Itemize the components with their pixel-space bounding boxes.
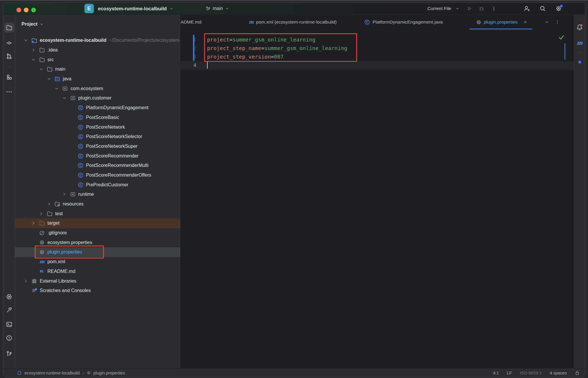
chevron-down-icon[interactable] [31,57,39,62]
tree-item-runtime[interactable]: runtime [15,190,180,199]
tree-item-plugin-customer[interactable]: plugin.customer [15,93,180,103]
commit-icon[interactable] [4,38,14,48]
inspections-ok-check-icon[interactable] [558,34,565,41]
properties-icon [39,249,45,255]
project-panel-header[interactable]: Project [21,18,44,30]
status-4-1[interactable]: 4:1 [493,371,499,375]
breadcrumb-file[interactable]: plugin.properties [94,371,125,375]
tree-item-postscorerecommender[interactable]: CPostScoreRecommender [15,151,180,161]
tree-item-test[interactable]: test [15,209,180,218]
editor-code[interactable]: 1project=summer_gsm_online_learning2proj… [180,35,563,70]
status-4-spaces[interactable]: 4 spaces [550,371,567,375]
folder-source-icon [54,76,61,82]
git-branch-selector[interactable]: main [206,3,229,14]
class-icon: C [77,115,84,120]
terminal-icon[interactable] [4,319,14,329]
chevron-down-icon[interactable] [47,77,54,81]
tab-adme-md[interactable]: ADME.md [181,15,201,29]
chevron-right-icon[interactable] [47,202,54,206]
minimize-window-button[interactable] [24,8,29,12]
close-window-button[interactable] [16,8,21,12]
run-configuration-selector[interactable]: Current File [427,6,451,11]
problems-icon[interactable] [4,333,14,343]
chevron-right-icon[interactable] [39,211,46,216]
libraries-icon [31,278,37,284]
search-icon[interactable] [538,4,547,13]
project-selector[interactable]: ecosystem-runtime-localbuild [98,3,174,14]
tree-item-label: External Libraries [40,278,76,284]
tree-item-ecosystem-runtime-localbuild[interactable]: ecosystem-runtime-localbuild~/Documents/… [15,36,180,45]
tree-item-postscorenetwork[interactable]: CPostScoreNetwork [15,122,180,132]
module-icon [17,371,22,375]
tree-item-scratches-and-consoles[interactable]: Scratches and Consoles [15,286,180,296]
markdown-icon: M↓ [39,269,45,273]
debug-bug-icon[interactable] [477,4,486,13]
tab-label: plugin.properties [484,19,518,25]
status-lf[interactable]: LF [507,371,512,375]
chevron-right-icon[interactable] [31,221,39,226]
status-breadcrumb[interactable]: ecosystem-runtime-localbuild › plugin.pr… [17,371,125,375]
chevron-right-icon[interactable] [31,48,39,52]
project-panel-title: Project [21,21,37,27]
tree-item-postscorenetworksuper[interactable]: CPostScoreNetworkSuper [15,142,180,151]
tab-plugin-properties[interactable]: plugin.properties✕ [469,15,532,29]
code-line-1: 1project=summer_gsm_online_learning [180,35,563,44]
scrollbar-change-marker[interactable] [564,43,566,60]
tree-item-platformdynamicengagement[interactable]: CPlatformDynamicEngagement [15,103,180,113]
run-icon[interactable] [4,292,14,302]
tree-item-src[interactable]: src [15,55,180,64]
tree-item-readme-md[interactable]: M↓README.md [15,267,180,276]
lock-icon[interactable] [575,370,580,375]
tree-item-target[interactable]: target [15,218,180,228]
tree-item-java[interactable]: java [15,74,180,84]
maven-icon[interactable]: m [575,38,585,48]
maximize-window-button[interactable] [31,8,36,12]
gear-icon[interactable] [554,4,563,13]
tab-pom-xml-ecosystem-runtime-localbuild[interactable]: mpom.xml (ecosystem-runtime-localbuild) [244,15,342,29]
tree-item-postscorebasic[interactable]: CPostScoreBasic [15,113,180,122]
tree-item-idea[interactable]: .idea [15,45,180,55]
chevron-down-icon[interactable] [62,96,70,100]
kebab-icon[interactable] [555,20,560,24]
chevron-right-icon[interactable] [62,192,70,197]
scratches-icon [31,288,37,294]
tree-item-postscorerecommendermulti[interactable]: CPostScoreRecommenderMulti [15,161,180,170]
tree-item-prepredictcustomer[interactable]: CPrePredictCustomer [15,180,180,190]
notifications-icon[interactable] [575,22,585,32]
version-control-icon[interactable] [4,349,14,359]
status-iso-8859-1[interactable]: ISO-8859-1 [520,371,542,375]
pull-requests-icon[interactable] [4,51,14,61]
chevron-down-icon[interactable] [24,38,31,43]
more-icon[interactable] [4,87,14,97]
tree-item-label: runtime [78,192,94,197]
tree-item-plugin-properties[interactable]: plugin.properties [15,247,180,257]
tree-item-main[interactable]: main [15,64,180,74]
tree-item-external-libraries[interactable]: External Libraries [15,276,180,286]
tree-item-resources[interactable]: resources [15,199,180,209]
close-icon[interactable]: ✕ [524,20,527,24]
chevron-down-icon[interactable] [39,67,46,72]
project-icon[interactable] [4,23,14,33]
structure-icon[interactable] [4,72,14,82]
package-icon [70,95,76,101]
breadcrumb-project[interactable]: ecosystem-runtime-localbuild [24,371,80,375]
chevron-right-icon[interactable] [24,279,31,284]
tab-platformdynamicengagement-java[interactable]: CPlatformDynamicEngagement.java [359,15,448,29]
add-user-icon[interactable] [522,4,531,13]
properties-icon [39,240,45,245]
kebab-icon[interactable] [489,4,498,13]
tree-item-postscorerecommenderoffers[interactable]: CPostScoreRecommenderOffers [15,170,180,180]
blue-dot-icon[interactable] [575,57,585,67]
editor-area[interactable]: ADME.mdmpom.xml (ecosystem-runtime-local… [180,15,574,368]
tree-item-pom-xml[interactable]: mpom.xml [15,257,180,267]
module-folder-icon [31,37,37,44]
build-icon[interactable] [4,305,14,315]
tree-item-gitignore[interactable]: .gitignore [15,228,180,238]
tree-item-ecosystem-properties[interactable]: ecosystem.properties [15,238,180,247]
tree-item-com-ecosystem[interactable]: com.ecosystem [15,84,180,93]
chevron-down-icon[interactable] [453,4,462,13]
tree-item-postscorenetworkselector[interactable]: CPostScoreNetworkSelector [15,132,180,142]
run-button[interactable] [465,4,474,13]
chevron-down-icon[interactable] [544,20,549,24]
chevron-down-icon[interactable] [54,86,62,91]
